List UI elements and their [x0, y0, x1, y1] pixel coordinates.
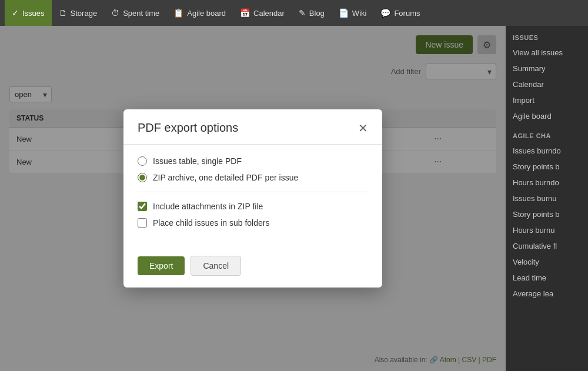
radio-single-pdf[interactable]: Issues table, single PDF [138, 156, 368, 166]
checkbox-subfolders-input[interactable] [138, 218, 147, 228]
sidebar-issues-title: ISSUES [506, 26, 588, 45]
forums-icon: 💬 [380, 8, 390, 18]
modal-divider [138, 192, 368, 192]
sidebar-link-issues-burnu[interactable]: Issues burnu [506, 190, 588, 206]
calendar-icon: 📅 [240, 8, 250, 18]
sidebar-link-hours-burnu[interactable]: Hours burnu [506, 222, 588, 238]
checkbox-group: Include attachments in ZIP file Place ch… [138, 202, 368, 228]
sidebar-link-average-lea[interactable]: Average lea [506, 286, 588, 302]
sidebar-link-story-points-b2[interactable]: Story points b [506, 206, 588, 222]
checkbox-subfolders-label: Place child issues in sub folders [153, 218, 269, 228]
main-area: New issue ⚙ Add filter open closed all [0, 26, 588, 371]
modal-body: Issues table, single PDF ZIP archive, on… [123, 145, 382, 249]
modal-close-button[interactable]: ✕ [358, 122, 368, 134]
modal-title: PDF export options [138, 121, 238, 135]
nav-item-agile-board[interactable]: 📋 Agile board [166, 0, 233, 26]
nav-item-spent-time[interactable]: ⏱ Spent time [104, 0, 166, 26]
sidebar-link-lead-time[interactable]: Lead time [506, 270, 588, 286]
pdf-export-modal: PDF export options ✕ Issues table, singl… [123, 109, 382, 288]
cancel-button[interactable]: Cancel [191, 256, 241, 276]
checkbox-attachments-label: Include attachments in ZIP file [153, 202, 263, 211]
nav-item-forums[interactable]: 💬 Forums [373, 0, 427, 26]
radio-group: Issues table, single PDF ZIP archive, on… [138, 156, 368, 182]
sidebar-link-summary[interactable]: Summary [506, 61, 588, 76]
sidebar-link-velocity[interactable]: Velocity [506, 254, 588, 270]
storage-icon: 🗋 [59, 8, 67, 18]
checkbox-attachments-input[interactable] [138, 202, 147, 211]
radio-zip-pdf-label: ZIP archive, one detailed PDF per issue [153, 173, 298, 182]
sidebar-link-calendar[interactable]: Calendar [506, 76, 588, 92]
issues-icon: ✓ [12, 8, 19, 18]
nav-item-storage[interactable]: 🗋 Storage [52, 0, 105, 26]
nav-item-wiki[interactable]: 📄 Wiki [332, 0, 374, 26]
sidebar-link-cumulative[interactable]: Cumulative fl [506, 238, 588, 254]
top-nav: ✓ Issues 🗋 Storage ⏱ Spent time 📋 Agile … [0, 0, 588, 26]
modal-header: PDF export options ✕ [123, 109, 382, 145]
checkbox-attachments[interactable]: Include attachments in ZIP file [138, 202, 368, 211]
sidebar-link-agile-board[interactable]: Agile board [506, 108, 588, 124]
checkbox-subfolders[interactable]: Place child issues in sub folders [138, 218, 368, 228]
sidebar-link-story-points-b[interactable]: Story points b [506, 159, 588, 175]
nav-item-blog[interactable]: ✎ Blog [292, 0, 332, 26]
sidebar-link-view-all[interactable]: View all issues [506, 45, 588, 61]
content-area: New issue ⚙ Add filter open closed all [0, 26, 506, 371]
sidebar-agile-title: AGILE CHA [506, 124, 588, 143]
export-button[interactable]: Export [138, 256, 185, 275]
sidebar-link-import[interactable]: Import [506, 92, 588, 108]
nav-item-issues[interactable]: ✓ Issues [5, 0, 52, 26]
wiki-icon: 📄 [339, 8, 349, 18]
radio-zip-pdf-input[interactable] [138, 173, 147, 182]
sidebar-link-hours-burndo[interactable]: Hours burndo [506, 175, 588, 190]
right-sidebar: › ISSUES View all issues Summary Calenda… [506, 26, 588, 371]
radio-single-pdf-label: Issues table, single PDF [153, 156, 242, 166]
modal-overlay[interactable]: PDF export options ✕ Issues table, singl… [0, 26, 506, 371]
radio-zip-pdf[interactable]: ZIP archive, one detailed PDF per issue [138, 173, 368, 182]
modal-footer: Export Cancel [123, 249, 382, 288]
agile-board-icon: 📋 [173, 8, 183, 18]
radio-single-pdf-input[interactable] [138, 156, 147, 166]
spent-time-icon: ⏱ [111, 8, 119, 18]
blog-icon: ✎ [299, 8, 306, 18]
sidebar-link-issues-burndo[interactable]: Issues burndo [506, 143, 588, 159]
nav-item-calendar[interactable]: 📅 Calendar [233, 0, 292, 26]
